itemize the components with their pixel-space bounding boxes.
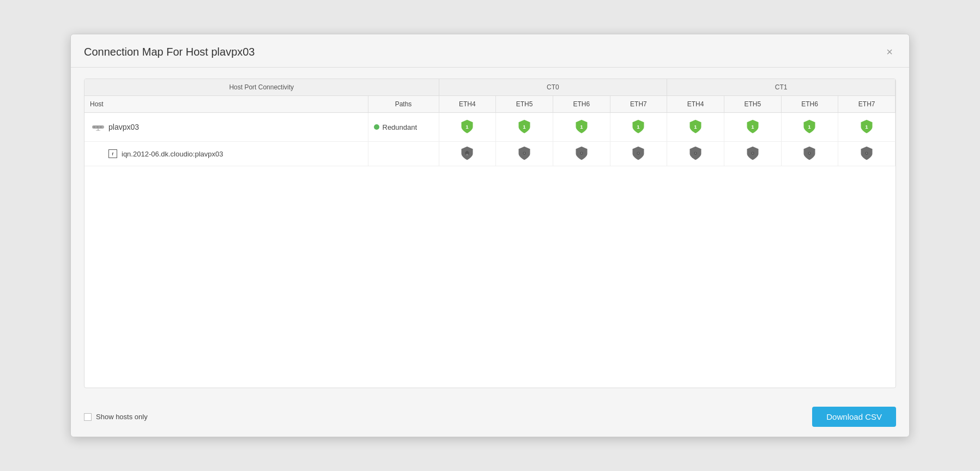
connection-table: Host Port Connectivity CT0 CT1 Host Path… [84,79,896,319]
redundant-badge: Redundant [374,123,433,131]
col-host: Host [84,96,368,113]
download-csv-button[interactable]: Download CSV [812,407,896,427]
gray-shield-cell-ct1-eth5[interactable] [724,142,781,166]
svg-text:1: 1 [523,124,526,130]
dialog-title: Connection Map For Host plavpx03 [84,46,255,58]
gray-shield-icon [687,145,704,161]
shield-cell-ct0-eth5[interactable]: 1 [496,113,553,142]
iqn-cell: r iqn.2012-06.dk.cloudio:plavpx03 [84,142,368,166]
gray-shield-cell-ct0-eth5[interactable] [496,142,553,166]
svg-text:1: 1 [637,124,640,130]
col-ct1-eth7: ETH7 [838,96,896,113]
iqn-main: r iqn.2012-06.dk.cloudio:plavpx03 [92,149,362,158]
green-shield-icon: 1 [573,118,590,135]
gray-shield-cell-ct0-eth6[interactable] [553,142,610,166]
close-button[interactable]: × [883,44,896,59]
green-shield-icon: 1 [745,118,761,135]
green-shield-icon: 1 [630,118,646,135]
gray-shield-cell-ct0-eth4[interactable] [439,142,496,166]
show-hosts-checkbox[interactable] [84,413,92,421]
col-paths: Paths [368,96,439,113]
shield-cell-ct1-eth6[interactable]: 1 [781,113,838,142]
svg-point-20 [580,153,582,154]
col-ct0-eth6: ETH6 [553,96,610,113]
iqn-icon: r [108,149,117,158]
svg-point-30 [866,153,868,154]
svg-text:1: 1 [751,124,754,130]
svg-text:1: 1 [808,124,812,130]
green-shield-icon: 1 [801,118,818,135]
gray-shield-icon [630,145,646,161]
show-hosts-label[interactable]: Show hosts only [84,413,148,421]
col-ct0-eth5: ETH5 [496,96,553,113]
svg-text:1: 1 [694,124,697,130]
table-container: Host Port Connectivity CT0 CT1 Host Path… [84,78,896,388]
dialog: Connection Map For Host plavpx03 × Host … [70,34,910,437]
gray-shield-cell-ct1-eth7[interactable] [838,142,896,166]
svg-point-26 [752,153,753,154]
host-main: plavpx03 [92,123,362,131]
shield-cell-ct1-eth5[interactable]: 1 [724,113,781,142]
host-name-cell: plavpx03 [84,113,368,142]
col-ct0-eth7: ETH7 [610,96,667,113]
svg-point-28 [809,153,810,154]
redundant-label: Redundant [383,123,418,131]
gray-shield-icon [801,145,818,161]
table-row: r iqn.2012-06.dk.cloudio:plavpx03 [84,142,896,166]
host-port-group-header: Host Port Connectivity [84,79,439,96]
dialog-body: Host Port Connectivity CT0 CT1 Host Path… [71,68,909,399]
table-row: plavpx03 Redundant [84,113,896,142]
col-ct1-eth6: ETH6 [781,96,838,113]
gray-shield-icon [573,145,590,161]
gray-shield-cell-ct1-eth6[interactable] [781,142,838,166]
green-shield-icon: 1 [858,118,875,135]
show-hosts-text: Show hosts only [96,413,148,421]
green-shield-icon: 1 [459,118,475,135]
gray-shield-cell-ct1-eth4[interactable] [667,142,724,166]
dialog-header: Connection Map For Host plavpx03 × [71,34,909,68]
col-header-row: Host Paths ETH4 ETH5 ETH6 ETH7 ETH4 ETH5… [84,96,896,113]
status-dot-green [374,124,379,130]
svg-rect-1 [93,126,95,128]
gray-shield-cell-ct0-eth7[interactable] [610,142,667,166]
ct0-group-header: CT0 [439,79,667,96]
shield-cell-ct1-eth7[interactable]: 1 [838,113,896,142]
svg-rect-3 [100,126,102,128]
green-shield-icon: 1 [687,118,704,135]
shield-cell-ct1-eth4[interactable]: 1 [667,113,724,142]
svg-rect-2 [96,126,99,128]
gray-shield-icon [459,145,475,161]
svg-point-24 [695,153,697,154]
paths-cell: Redundant [368,113,439,142]
group-header-row: Host Port Connectivity CT0 CT1 [84,79,896,96]
svg-point-16 [467,154,469,156]
ct1-group-header: CT1 [667,79,896,96]
dialog-footer: Show hosts only Download CSV [71,399,909,437]
host-icon [92,123,104,131]
gray-shield-icon [858,145,875,161]
svg-point-22 [638,153,639,154]
green-shield-icon: 1 [516,118,533,135]
svg-text:1: 1 [865,124,868,130]
col-ct1-eth5: ETH5 [724,96,781,113]
shield-cell-ct0-eth6[interactable]: 1 [553,113,610,142]
svg-rect-15 [467,151,469,153]
iqn-name-label: iqn.2012-06.dk.cloudio:plavpx03 [122,150,223,158]
gray-shield-icon [516,145,533,161]
gray-shield-icon [745,145,761,161]
svg-text:1: 1 [466,124,469,130]
col-ct0-eth4: ETH4 [439,96,496,113]
shield-cell-ct0-eth7[interactable]: 1 [610,113,667,142]
iqn-paths-cell [368,142,439,166]
host-name-label: plavpx03 [108,123,139,131]
shield-cell-ct0-eth4[interactable]: 1 [439,113,496,142]
svg-text:1: 1 [580,124,583,130]
svg-point-18 [524,153,525,154]
col-ct1-eth4: ETH4 [667,96,724,113]
empty-row [84,166,896,319]
